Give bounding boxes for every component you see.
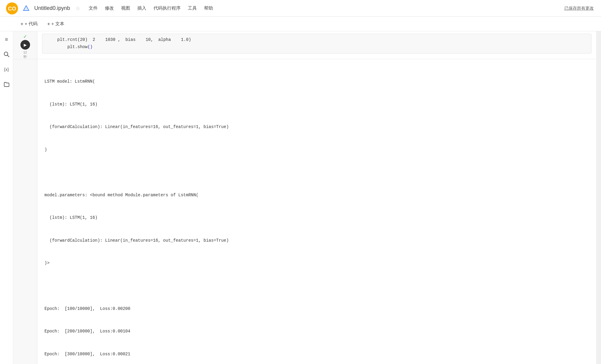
colab-logo-icon: CO: [5, 2, 19, 15]
svg-text:CO: CO: [8, 6, 16, 12]
cell-code-content[interactable]: plt.rcnt(20) 2 1030 , bias 10, alpha 1.0…: [37, 31, 596, 59]
output-gutter: [13, 59, 37, 364]
sidebar-icon-search[interactable]: [2, 50, 11, 59]
empty-line-2: [44, 282, 229, 290]
sidebar: ≡ {x}: [0, 31, 13, 364]
add-code-label: + 代码: [25, 21, 38, 27]
cell-time: 12 秒: [23, 50, 27, 59]
params-forward: (forwardCalculation): Linear(in_features…: [44, 237, 229, 244]
search-icon: [4, 51, 10, 57]
plus-text-icon: +: [47, 21, 50, 27]
logo[interactable]: CO: [5, 1, 19, 16]
lstm-line: (lstm): LSTM(1, 16): [44, 101, 229, 108]
menu-item-file[interactable]: 文件: [86, 4, 101, 12]
params-header: model.parameters: <bound method Module.p…: [44, 191, 229, 199]
sidebar-icon-variables[interactable]: {x}: [2, 65, 11, 74]
menu-item-tools[interactable]: 工具: [185, 4, 200, 12]
drive-icon: [23, 5, 29, 12]
folder-icon: [4, 81, 10, 87]
main-layout: ≡ {x} ✓ ▶ 12 秒: [0, 31, 601, 364]
svg-point-4: [4, 52, 8, 56]
output-area: LSTM model: LstmRNN( (lstm): LSTM(1, 16)…: [37, 59, 233, 364]
save-status: 已保存所有更改: [564, 6, 594, 11]
notebook: ✓ ▶ 12 秒 plt.rcnt(20) 2 1030 , bias 10, …: [13, 31, 596, 364]
svg-line-5: [8, 55, 9, 57]
cell-gutter: ✓ ▶ 12 秒: [13, 31, 37, 59]
menu-item-insert[interactable]: 插入: [134, 4, 149, 12]
cell-status: ✓ ▶ 12 秒: [20, 34, 30, 59]
check-icon: ✓: [23, 34, 27, 39]
run-icon: ▶: [24, 43, 27, 47]
star-icon[interactable]: ☆: [75, 5, 80, 12]
epoch-0: Epoch: [100/10000], Loss:0.00200: [44, 305, 229, 313]
sidebar-icon-files[interactable]: [2, 80, 11, 89]
sidebar-icon-menu[interactable]: ≡: [2, 35, 11, 44]
menu-item-help[interactable]: 帮助: [201, 4, 216, 12]
params-close: )>: [44, 259, 229, 267]
topbar: CO Untitled0.ipynb ☆ 文件 修改 视图 插入 代码执行程序 …: [0, 0, 601, 17]
svg-marker-3: [23, 6, 29, 11]
menu-item-view[interactable]: 视图: [118, 4, 133, 12]
menu-item-edit[interactable]: 修改: [102, 4, 117, 12]
add-code-button[interactable]: + + 代码: [18, 20, 40, 28]
notebook-title[interactable]: Untitled0.ipynb: [34, 5, 70, 11]
add-text-button[interactable]: + + 文本: [45, 20, 67, 28]
code-line-2: plt.show(): [47, 44, 586, 51]
epoch-2: Epoch: [300/10000], Loss:0.00021: [44, 350, 229, 358]
add-text-label: + 文本: [51, 21, 64, 27]
lstm-model-header: LSTM model: LstmRNN(: [44, 78, 229, 85]
close-paren: ): [44, 146, 229, 154]
output-cell: LSTM model: LstmRNN( (lstm): LSTM(1, 16)…: [13, 59, 596, 364]
plus-code-icon: +: [20, 21, 23, 27]
params-lstm: (lstm): LSTM(1, 16): [44, 214, 229, 222]
code-line-1: plt.rcnt(20) 2 1030 , bias 10, alpha 1.0…: [47, 36, 586, 44]
menu-item-runtime[interactable]: 代码执行程序: [151, 4, 184, 12]
code-cell: ✓ ▶ 12 秒 plt.rcnt(20) 2 1030 , bias 10, …: [13, 31, 596, 59]
right-gutter: [596, 31, 601, 364]
menu-bar: 文件 修改 视图 插入 代码执行程序 工具 帮助: [86, 4, 216, 12]
code-area[interactable]: plt.rcnt(20) 2 1030 , bias 10, alpha 1.0…: [42, 34, 591, 54]
run-button[interactable]: ▶: [20, 40, 30, 50]
epoch-1: Epoch: [200/10000], Loss:0.00104: [44, 328, 229, 335]
forward-line: (forwardCalculation): Linear(in_features…: [44, 123, 229, 131]
toolbar: + + 代码 + + 文本: [0, 17, 601, 31]
empty-line-1: [44, 169, 229, 176]
